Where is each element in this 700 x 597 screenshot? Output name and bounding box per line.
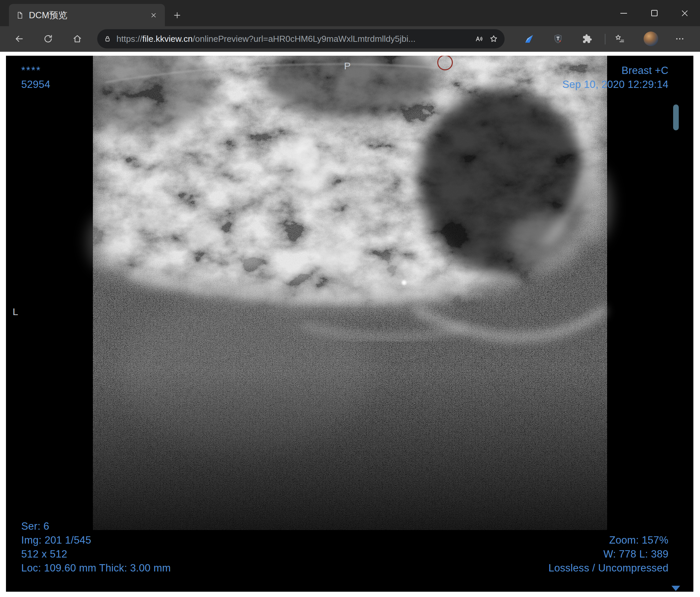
- slice-location: Loc: 109.60 mm Thick: 3.00 mm: [21, 561, 171, 575]
- lock-icon: [103, 34, 112, 43]
- maximize-button[interactable]: [639, 0, 670, 26]
- arrow-left-icon: [14, 33, 25, 44]
- page-background: **** 52954 Breast +C Sep 10, 2020 12:29:…: [0, 52, 700, 597]
- minimize-icon: [620, 13, 627, 14]
- url-scheme: https://: [117, 34, 142, 44]
- page-icon: [16, 11, 24, 20]
- overlay-top-right: Breast +C Sep 10, 2020 12:29:14: [562, 64, 669, 92]
- study-description: Breast +C: [562, 64, 669, 78]
- image-number: Img: 201 1/545: [21, 533, 171, 547]
- window-controls: [608, 0, 700, 26]
- read-aloud-icon: [473, 34, 483, 44]
- back-button[interactable]: [10, 29, 28, 48]
- address-bar[interactable]: https://file.kkview.cn/onlinePreview?url…: [97, 29, 505, 48]
- settings-menu-button[interactable]: [671, 30, 689, 47]
- study-datetime: Sep 10, 2020 12:29:14: [562, 78, 669, 92]
- new-tab-button[interactable]: [170, 8, 184, 23]
- overlay-top-left: **** 52954: [21, 64, 50, 92]
- avatar: [644, 31, 658, 46]
- close-icon: [681, 9, 689, 17]
- browser-tab[interactable]: DCM预览: [9, 4, 165, 26]
- ellipsis-icon: [675, 34, 685, 44]
- favorites-hub-button[interactable]: [611, 30, 628, 47]
- scroll-down-arrow[interactable]: [672, 586, 680, 591]
- close-icon: [150, 11, 157, 19]
- shield-extension-icon: [553, 33, 563, 44]
- patient-name-masked: ****: [21, 64, 50, 78]
- extension-button-blue[interactable]: [521, 30, 538, 47]
- orientation-marker-left: L: [12, 306, 18, 317]
- overlay-bottom-right: Zoom: 157% W: 778 L: 389 Lossless / Unco…: [548, 533, 669, 575]
- overlay-bottom-left: Ser: 6 Img: 201 1/545 512 x 512 Loc: 109…: [21, 519, 171, 575]
- extensions-button[interactable]: [579, 30, 596, 47]
- read-aloud-button[interactable]: [471, 31, 486, 47]
- url-domain: file.kkview.cn: [142, 34, 193, 44]
- navigation-toolbar: https://file.kkview.cn/onlinePreview?url…: [0, 26, 700, 52]
- tab-title: DCM预览: [29, 9, 142, 21]
- window-level: W: 778 L: 389: [548, 547, 669, 561]
- profile-button[interactable]: [642, 30, 659, 47]
- orientation-marker-posterior: P: [340, 60, 355, 72]
- plus-icon: [173, 10, 182, 20]
- minimize-button[interactable]: [608, 0, 639, 26]
- puzzle-icon: [582, 34, 592, 44]
- favorites-icon: [615, 33, 625, 44]
- maximize-icon: [651, 10, 657, 16]
- scrollbar-thumb[interactable]: [673, 104, 679, 130]
- url: https://file.kkview.cn/onlinePreview?url…: [117, 34, 471, 44]
- refresh-icon: [43, 33, 53, 44]
- extension-icon-blue: [524, 33, 534, 44]
- series-number: Ser: 6: [21, 519, 171, 533]
- patient-id: 52954: [21, 78, 50, 92]
- zoom-level: Zoom: 157%: [548, 533, 669, 547]
- home-icon: [72, 33, 83, 44]
- home-button[interactable]: [68, 29, 86, 48]
- tab-close-button[interactable]: [147, 9, 160, 22]
- url-path: /onlinePreview?url=aHR0cHM6Ly9maWxlLmtrd…: [193, 34, 416, 44]
- refresh-button[interactable]: [39, 29, 57, 48]
- star-icon: [489, 34, 499, 44]
- tab-strip: DCM预览: [0, 0, 700, 26]
- image-matrix: 512 x 512: [21, 547, 171, 561]
- mri-image: [6, 56, 693, 592]
- compression-info: Lossless / Uncompressed: [548, 561, 669, 575]
- window-close-button[interactable]: [670, 0, 700, 26]
- extension-button-shield[interactable]: [549, 30, 567, 47]
- add-favorite-button[interactable]: [486, 31, 501, 47]
- toolbar-divider: [605, 34, 605, 45]
- dicom-viewer[interactable]: **** 52954 Breast +C Sep 10, 2020 12:29:…: [6, 56, 693, 592]
